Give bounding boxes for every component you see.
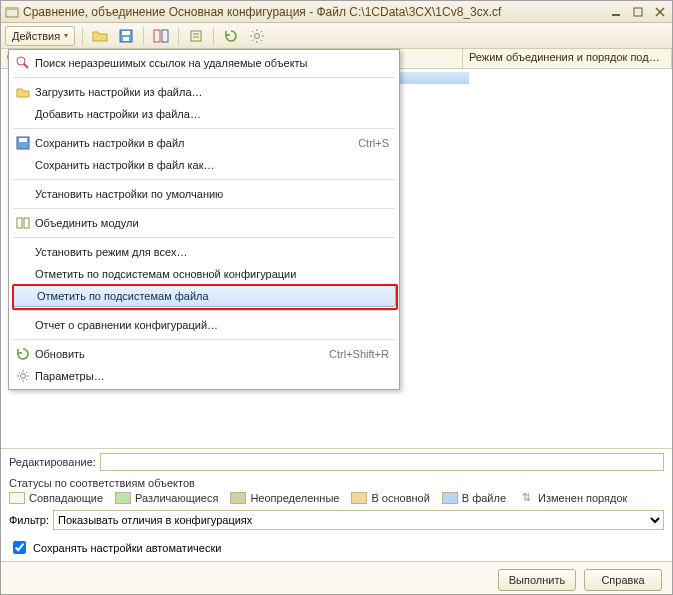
merge-modules-icon[interactable] xyxy=(186,26,206,46)
menu-separator xyxy=(13,128,395,129)
menu-separator xyxy=(13,310,395,311)
svg-rect-9 xyxy=(154,30,160,42)
menu-item-label: Отметить по подсистемам основной конфигу… xyxy=(35,268,389,280)
filter-row: Фильтр: Показывать отличия в конфигураци… xyxy=(1,506,672,534)
menu-item[interactable]: Отметить по подсистемам файла xyxy=(12,285,396,307)
menu-item[interactable]: Добавить настройки из файла… xyxy=(11,103,397,125)
menu-item-label: Сохранить настройки в файл как… xyxy=(35,159,389,171)
swatch-file xyxy=(442,492,458,504)
menu-item[interactable]: Установить настройки по умолчанию xyxy=(11,183,397,205)
toolbar-sep xyxy=(178,27,179,45)
menu-item-label: Отчет о сравнении конфигураций… xyxy=(35,319,389,331)
editing-label: Редактирование: xyxy=(9,456,96,468)
editing-row: Редактирование: xyxy=(1,449,672,473)
compare-icon[interactable] xyxy=(151,26,171,46)
restore-button[interactable] xyxy=(630,5,646,19)
menu-item[interactable]: Сохранить настройки в файл как… xyxy=(11,154,397,176)
svg-rect-11 xyxy=(191,31,201,41)
status-legend: Совпадающие Различающиеся Неопределенные… xyxy=(1,489,672,506)
menu-item-label: Сохранить настройки в файл xyxy=(35,137,358,149)
menu-item[interactable]: Отчет о сравнении конфигураций… xyxy=(11,314,397,336)
toolbar-sep xyxy=(82,27,83,45)
open-folder-icon[interactable] xyxy=(90,26,110,46)
autosave-label: Сохранять настройки автоматически xyxy=(33,542,221,554)
menu-item-label: Установить настройки по умолчанию xyxy=(35,188,389,200)
svg-rect-10 xyxy=(162,30,168,42)
settings-icon xyxy=(11,368,35,384)
menu-item[interactable]: Установить режим для всех… xyxy=(11,241,397,263)
refresh-icon xyxy=(11,346,35,362)
menu-item[interactable]: ОбновитьCtrl+Shift+R xyxy=(11,343,397,365)
swatch-diff xyxy=(115,492,131,504)
svg-point-14 xyxy=(255,33,260,38)
close-button[interactable] xyxy=(652,5,668,19)
menu-item[interactable]: Сохранить настройки в файлCtrl+S xyxy=(11,132,397,154)
menu-item-label: Обновить xyxy=(35,348,329,360)
toolbar: Действия ▾ xyxy=(1,23,672,49)
help-button[interactable]: Справка xyxy=(584,569,662,591)
menu-item-shortcut: Ctrl+Shift+R xyxy=(329,348,389,360)
svg-point-16 xyxy=(17,57,25,65)
swatch-matching xyxy=(9,492,25,504)
menu-separator xyxy=(13,208,395,209)
merge-icon xyxy=(11,215,35,231)
svg-rect-8 xyxy=(123,37,129,41)
menu-item-shortcut: Ctrl+S xyxy=(358,137,389,149)
chevron-down-icon: ▾ xyxy=(64,31,68,40)
titlebar: Сравнение, объединение Основная конфигур… xyxy=(1,1,672,23)
svg-rect-3 xyxy=(634,8,642,16)
swatch-main xyxy=(351,492,367,504)
svg-point-22 xyxy=(21,374,26,379)
svg-rect-20 xyxy=(17,218,22,228)
menu-separator xyxy=(13,237,395,238)
menu-item[interactable]: Параметры… xyxy=(11,365,397,387)
bottom-bar: Выполнить Справка xyxy=(1,561,672,595)
run-button[interactable]: Выполнить xyxy=(498,569,576,591)
menu-item-label: Отметить по подсистемам файла xyxy=(37,290,387,302)
settings-icon[interactable] xyxy=(247,26,267,46)
svg-line-17 xyxy=(24,64,28,68)
filter-select[interactable]: Показывать отличия в конфигурациях xyxy=(53,510,664,530)
column-merge-mode[interactable]: Режим объединения и порядок подчи… xyxy=(463,49,672,68)
editing-input[interactable] xyxy=(100,453,664,471)
actions-label: Действия xyxy=(12,30,60,42)
menu-item-label: Загрузить настройки из файла… xyxy=(35,86,389,98)
search-links-icon xyxy=(11,55,35,71)
menu-separator xyxy=(13,339,395,340)
menu-item[interactable]: Отметить по подсистемам основной конфигу… xyxy=(11,263,397,285)
refresh-icon[interactable] xyxy=(221,26,241,46)
svg-rect-7 xyxy=(122,31,130,35)
window-icon xyxy=(5,5,19,19)
legend-header: Статусы по соответствиям объектов xyxy=(1,473,672,489)
order-changed-icon: ⇅ xyxy=(518,491,534,504)
menu-item[interactable]: Объединить модули xyxy=(11,212,397,234)
menu-item-label: Параметры… xyxy=(35,370,389,382)
toolbar-sep xyxy=(143,27,144,45)
menu-item-label: Поиск неразрешимых ссылок на удаляемые о… xyxy=(35,57,389,69)
autosave-checkbox[interactable] xyxy=(13,541,26,554)
filter-label: Фильтр: xyxy=(9,514,49,526)
menu-item-label: Добавить настройки из файла… xyxy=(35,108,389,120)
toolbar-sep xyxy=(213,27,214,45)
save-icon xyxy=(11,135,35,151)
autosave-row: Сохранять настройки автоматически xyxy=(1,534,672,561)
menu-separator xyxy=(13,179,395,180)
actions-menu: Поиск неразрешимых ссылок на удаляемые о… xyxy=(8,49,400,390)
menu-separator xyxy=(13,77,395,78)
svg-rect-21 xyxy=(24,218,29,228)
swatch-undef xyxy=(230,492,246,504)
menu-item-label: Объединить модули xyxy=(35,217,389,229)
window-title: Сравнение, объединение Основная конфигур… xyxy=(23,5,501,19)
menu-item-label: Установить режим для всех… xyxy=(35,246,389,258)
load-icon xyxy=(11,84,35,100)
menu-item[interactable]: Загрузить настройки из файла… xyxy=(11,81,397,103)
actions-dropdown[interactable]: Действия ▾ xyxy=(5,26,75,46)
minimize-button[interactable] xyxy=(608,5,624,19)
svg-rect-19 xyxy=(19,138,27,142)
svg-rect-1 xyxy=(6,8,18,10)
menu-item[interactable]: Поиск неразрешимых ссылок на удаляемые о… xyxy=(11,52,397,74)
save-icon[interactable] xyxy=(116,26,136,46)
